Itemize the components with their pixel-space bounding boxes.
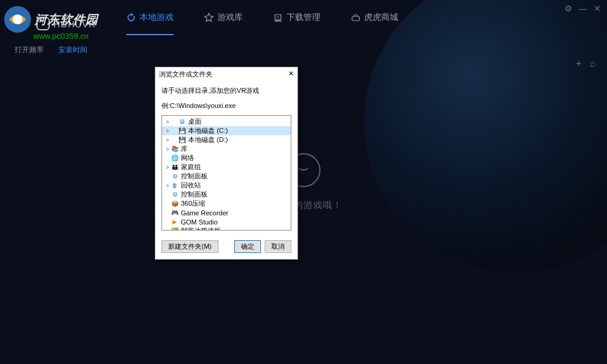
subtab[interactable]: 安装时间 [58,45,87,55]
watermark-logo-icon [3,5,32,34]
nav-label: 下载管理 [287,12,320,23]
minimize-button[interactable]: — [578,4,588,13]
tree-item[interactable]: 🎮Game Recorder [162,208,291,217]
search-icon[interactable]: ⌕ [590,58,596,69]
tree-node-icon: 🖥 [178,118,186,126]
shop-icon [351,13,361,22]
dialog-example: 例:C:\Windows\youxi.exe [161,101,291,110]
tree-node-label: 网络 [181,153,194,163]
close-button[interactable]: ✕ [592,4,602,13]
tree-node-label: GOM Studio [181,218,218,226]
tree-node-label: 本地磁盘 (C:) [188,126,228,135]
tree-expand-icon[interactable]: > [164,183,171,189]
tree-expand-icon[interactable]: > [164,119,171,125]
tree-item[interactable]: >🗑回收站 [162,181,291,190]
tree-node-icon: 💾 [178,136,186,144]
tree-node-label: 本地磁盘 (D:) [188,135,228,144]
tree-item[interactable]: >💾本地磁盘 (D:) [162,135,291,144]
tree-item[interactable]: 🌐网络 [162,153,291,163]
tree-item[interactable]: >📚库 [162,144,291,153]
tree-node-icon: 📚 [171,146,179,153]
tree-item[interactable]: 📦360压缩 [162,199,291,208]
new-folder-button[interactable]: 新建文件夹(M) [161,240,219,253]
nav-star[interactable]: 游戏库 [204,12,243,35]
tree-item[interactable]: ▶GOM Studio [162,217,291,226]
download-icon [273,13,283,22]
tree-node-icon: 💹 [171,228,179,231]
tree-node-icon: 📦 [171,200,179,207]
toolbar-right: + ⌕ [576,58,596,69]
tree-item[interactable]: ⚙控制面板 [162,190,291,199]
tree-item[interactable]: >👪家庭组 [162,163,291,172]
dialog-message: 请手动选择目录,添加您的VR游戏 [161,86,291,95]
tree-expand-icon[interactable]: > [164,128,171,134]
svg-rect-2 [352,16,359,21]
tree-node-icon: 🌐 [171,155,179,162]
tree-node-label: 家庭组 [181,163,201,172]
watermark: 河东软件园 www.pc0359.cn [3,5,98,41]
tree-node-icon: ⚙ [171,173,179,180]
tree-node-label: 360压缩 [181,199,205,208]
tree-item[interactable]: 💹财富达极速版 [162,226,291,231]
nav-shop[interactable]: 虎虎商城 [351,12,398,35]
tree-node-icon: ▶ [171,218,179,226]
nav-label: 游戏库 [217,12,243,23]
tree-node-icon: 💾 [178,127,186,135]
tree-node-label: 桌面 [188,117,202,126]
subtab[interactable]: 打开频率 [15,45,44,55]
tree-node-label: 库 [181,144,188,153]
tree-node-icon: ⚙ [171,191,179,198]
nav-label: 虎虎商城 [364,12,398,23]
nav-refresh[interactable]: 本地游戏 [126,12,174,35]
browse-dialog: 浏览文件或文件夹 ✕ 请手动选择目录,添加您的VR游戏 例:C:\Windows… [155,67,298,260]
tree-node-label: Game Recorder [181,209,228,217]
cancel-button[interactable]: 取消 [265,240,291,253]
tree-item[interactable]: >🖥桌面 [162,117,291,126]
tree-node-icon: 🎮 [171,209,179,217]
nav-download[interactable]: 下载管理 [273,12,320,35]
tree-node-icon: 🗑 [171,182,179,189]
tree-expand-icon[interactable]: > [164,164,171,170]
dialog-close-icon[interactable]: ✕ [288,70,294,79]
tree-node-label: 财富达极速版 [181,226,221,231]
tree-node-label: 控制面板 [181,190,208,199]
add-icon[interactable]: + [576,58,582,69]
tree-expand-icon[interactable]: > [164,137,171,143]
svg-point-1 [13,15,22,24]
tree-item[interactable]: ⚙控制面板 [162,172,291,181]
tree-node-label: 回收站 [181,181,201,190]
window-controls: ⚙ — ✕ [563,4,602,13]
tree-node-label: 控制面板 [181,172,208,181]
refresh-icon [126,13,136,22]
dialog-titlebar: 浏览文件或文件夹 ✕ [155,67,297,81]
folder-tree[interactable]: >🖥桌面>💾本地磁盘 (C:)>💾本地磁盘 (D:)>📚库🌐网络>👪家庭组⚙控制… [161,115,291,231]
settings-icon[interactable]: ⚙ [563,4,573,13]
tree-expand-icon[interactable]: > [164,146,171,152]
watermark-text: 河东软件园 [35,12,98,28]
dialog-title: 浏览文件或文件夹 [159,70,212,79]
nav-label: 本地游戏 [140,12,174,23]
tree-node-icon: 👪 [171,164,179,171]
tree-item[interactable]: >💾本地磁盘 (C:) [162,126,291,135]
star-icon [204,13,214,22]
ok-button[interactable]: 确定 [234,240,261,253]
